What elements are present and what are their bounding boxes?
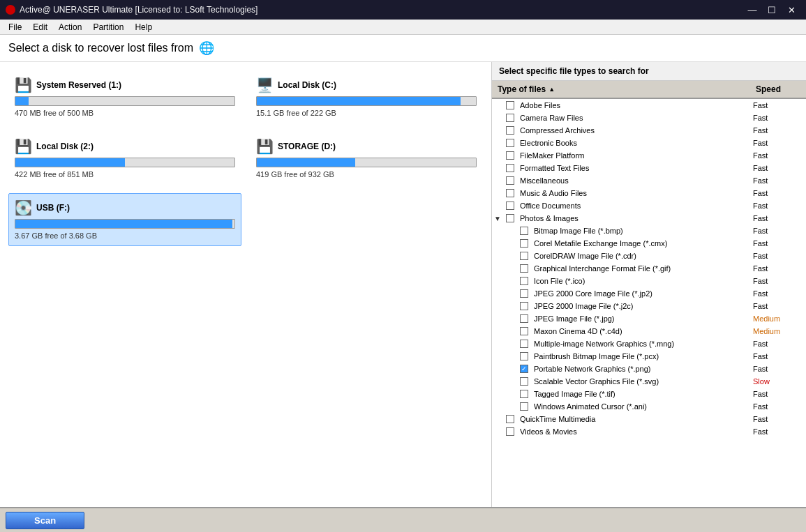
checkbox-cell[interactable] bbox=[503, 427, 517, 436]
file-type-row-ebooks[interactable]: Electronic Books Fast bbox=[492, 137, 806, 149]
checkbox-cell[interactable] bbox=[503, 139, 517, 147]
app-icon bbox=[6, 5, 15, 15]
file-type-row-tif[interactable]: Tagged Image File (*.tif) Fast bbox=[492, 388, 806, 400]
disk-item-system-reserved[interactable]: 💾 System Reserved (1:) 470 MB free of 50… bbox=[8, 70, 241, 123]
file-type-row-gif[interactable]: Graphical Interchange Format File (*.gif… bbox=[492, 262, 806, 275]
menu-action[interactable]: Action bbox=[53, 21, 87, 33]
disk-icon: 💽 bbox=[15, 199, 32, 216]
checkbox-cell[interactable] bbox=[517, 252, 531, 260]
file-type-row-camera[interactable]: Camera Raw Files Fast bbox=[492, 112, 806, 124]
checkbox-cell[interactable] bbox=[517, 327, 531, 335]
file-type-row-cdr[interactable]: CorelDRAW Image File (*.cdr) Fast bbox=[492, 250, 806, 262]
checkbox[interactable] bbox=[520, 352, 528, 360]
checkbox[interactable] bbox=[520, 402, 528, 411]
file-type-row-videos[interactable]: Videos & Movies Fast bbox=[492, 425, 806, 438]
checkbox[interactable] bbox=[506, 202, 514, 210]
checkbox-cell[interactable] bbox=[517, 239, 531, 248]
file-type-row-pcx[interactable]: Paintbrush Bitmap Image File (*.pcx) Fas… bbox=[492, 350, 806, 363]
checkbox[interactable] bbox=[506, 176, 514, 185]
file-type-row-jp2[interactable]: JPEG 2000 Core Image File (*.jp2) Fast bbox=[492, 287, 806, 300]
checkbox-cell[interactable] bbox=[517, 340, 531, 348]
checkbox-cell[interactable] bbox=[503, 164, 517, 172]
checkbox[interactable] bbox=[520, 264, 528, 273]
checkbox-cell[interactable] bbox=[503, 126, 517, 135]
checkbox[interactable] bbox=[506, 189, 514, 197]
disk-item-storage-d[interactable]: 💾 STORAGE (D:) 419 GB free of 932 GB bbox=[250, 132, 483, 185]
file-type-row-bmp[interactable]: Bitmap Image File (*.bmp) Fast bbox=[492, 225, 806, 237]
checkbox-cell[interactable] bbox=[503, 101, 517, 109]
checkbox[interactable] bbox=[520, 227, 528, 235]
checkbox-cell[interactable] bbox=[503, 151, 517, 160]
disk-item-usb-f[interactable]: 💽 USB (F:) 3.67 GB free of 3.68 GB bbox=[8, 193, 241, 246]
checkbox[interactable] bbox=[506, 214, 514, 222]
checkbox[interactable] bbox=[520, 239, 528, 248]
checkbox[interactable] bbox=[506, 139, 514, 147]
checkbox[interactable] bbox=[506, 126, 514, 135]
file-type-row-c4d[interactable]: Maxon Cinema 4D (*.c4d) Medium bbox=[492, 325, 806, 337]
file-type-row-svg[interactable]: Scalable Vector Graphics File (*.svg) Sl… bbox=[492, 375, 806, 388]
checkbox[interactable] bbox=[520, 390, 528, 398]
file-type-row-filemaker[interactable]: FileMaker Platform Fast bbox=[492, 149, 806, 162]
checkbox-cell[interactable] bbox=[517, 227, 531, 235]
checkbox[interactable] bbox=[506, 427, 514, 436]
checkbox-cell[interactable] bbox=[503, 202, 517, 210]
checkbox-cell[interactable] bbox=[503, 114, 517, 122]
checkbox-cell[interactable] bbox=[517, 390, 531, 398]
menu-edit[interactable]: Edit bbox=[27, 21, 53, 33]
checkbox-cell[interactable] bbox=[517, 314, 531, 323]
checkbox[interactable] bbox=[520, 252, 528, 260]
checkbox[interactable] bbox=[506, 164, 514, 172]
checkbox[interactable] bbox=[520, 289, 528, 298]
checkbox-cell[interactable] bbox=[517, 264, 531, 273]
file-type-row-mng[interactable]: Multiple-image Network Graphics (*.mng) … bbox=[492, 337, 806, 350]
menu-file[interactable]: File bbox=[3, 21, 27, 33]
scan-button[interactable]: Scan bbox=[6, 512, 84, 529]
file-type-row-png[interactable]: ✓ Portable Network Graphics (*.png) Fast bbox=[492, 363, 806, 375]
checkbox-cell[interactable] bbox=[517, 277, 531, 285]
close-button[interactable]: ✕ bbox=[782, 2, 800, 17]
file-type-row-photos[interactable]: ▼ Photos & Images Fast bbox=[492, 212, 806, 225]
page-header: Select a disk to recover lost files from… bbox=[0, 35, 806, 62]
checkbox-cell[interactable]: ✓ bbox=[517, 365, 531, 373]
checkbox[interactable] bbox=[520, 340, 528, 348]
maximize-button[interactable]: ☐ bbox=[763, 2, 781, 17]
checkbox-cell[interactable] bbox=[503, 415, 517, 423]
file-type-row-j2c[interactable]: JPEG 2000 Image File (*.j2c) Fast bbox=[492, 300, 806, 312]
minimize-button[interactable]: — bbox=[743, 2, 761, 17]
menu-partition[interactable]: Partition bbox=[87, 21, 129, 33]
file-type-row-jpg[interactable]: JPEG Image File (*.jpg) Medium bbox=[492, 312, 806, 325]
checkbox-cell[interactable] bbox=[517, 352, 531, 360]
checkbox-cell[interactable] bbox=[517, 402, 531, 411]
file-type-row-adobe[interactable]: Adobe Files Fast bbox=[492, 99, 806, 112]
checkbox[interactable] bbox=[506, 101, 514, 109]
file-type-row-formatted[interactable]: Formatted Text Files Fast bbox=[492, 162, 806, 174]
checkbox-cell[interactable] bbox=[517, 289, 531, 298]
checkbox[interactable]: ✓ bbox=[520, 365, 528, 373]
checkbox[interactable] bbox=[520, 277, 528, 285]
checkbox-cell[interactable] bbox=[517, 377, 531, 386]
checkbox[interactable] bbox=[520, 377, 528, 386]
checkbox-cell[interactable] bbox=[503, 214, 517, 222]
file-type-row-music[interactable]: Music & Audio Files Fast bbox=[492, 187, 806, 199]
file-type-row-misc[interactable]: Miscellaneous Fast bbox=[492, 174, 806, 187]
file-type-row-office[interactable]: Office Documents Fast bbox=[492, 199, 806, 212]
checkbox[interactable] bbox=[506, 114, 514, 122]
disk-item-local-2[interactable]: 💾 Local Disk (2:) 422 MB free of 851 MB bbox=[8, 132, 241, 185]
checkbox[interactable] bbox=[520, 327, 528, 335]
file-type-row-ani[interactable]: Windows Animated Cursor (*.ani) Fast bbox=[492, 400, 806, 413]
disk-item-local-c[interactable]: 🖥️ Local Disk (C:) 15.1 GB free of 222 G… bbox=[250, 70, 483, 123]
checkbox-cell[interactable] bbox=[503, 176, 517, 185]
file-type-row-ico[interactable]: Icon File (*.ico) Fast bbox=[492, 275, 806, 287]
file-type-row-compressed[interactable]: Compressed Archives Fast bbox=[492, 124, 806, 137]
checkbox[interactable] bbox=[506, 151, 514, 160]
checkbox[interactable] bbox=[520, 314, 528, 323]
file-type-row-cmx[interactable]: Corel Metafile Exchange Image (*.cmx) Fa… bbox=[492, 237, 806, 250]
menu-help[interactable]: Help bbox=[129, 21, 158, 33]
file-type-label: Formatted Text Files bbox=[517, 164, 750, 172]
speed-label: Fast bbox=[750, 390, 806, 398]
checkbox[interactable] bbox=[506, 415, 514, 423]
file-type-row-quicktime[interactable]: QuickTime Multimedia Fast bbox=[492, 413, 806, 425]
checkbox-cell[interactable] bbox=[503, 189, 517, 197]
checkbox-cell[interactable] bbox=[517, 302, 531, 310]
checkbox[interactable] bbox=[520, 302, 528, 310]
